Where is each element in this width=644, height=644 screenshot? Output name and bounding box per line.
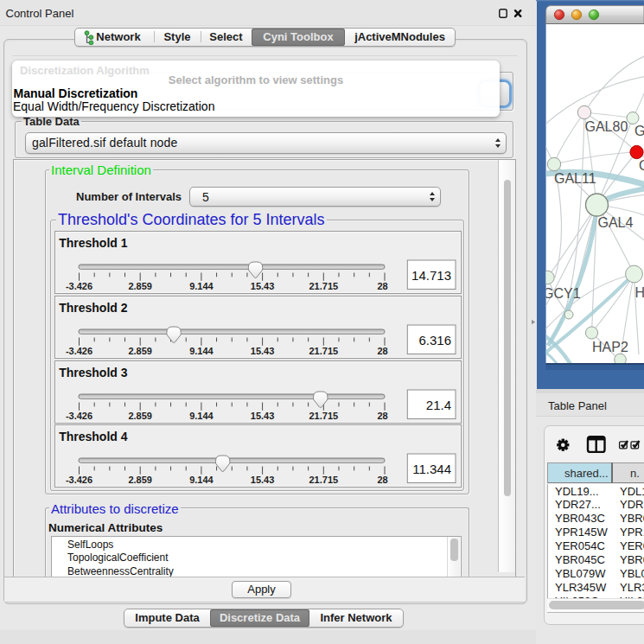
svg-text:GCY1: GCY1 (543, 286, 581, 301)
svg-text:21.715: 21.715 (309, 411, 338, 421)
svg-text:21.4: 21.4 (426, 397, 451, 411)
svg-text:9.144: 9.144 (189, 281, 214, 291)
svg-text:Threshold 3: Threshold 3 (59, 366, 128, 379)
svg-text:21.715: 21.715 (309, 475, 338, 485)
svg-text:28: 28 (377, 411, 387, 421)
svg-text:Threshold 4: Threshold 4 (59, 430, 128, 444)
svg-text:G.: G. (634, 124, 644, 138)
svg-text:11.344: 11.344 (412, 462, 451, 476)
svg-text:14.713: 14.713 (411, 268, 451, 283)
svg-text:6.316: 6.316 (418, 332, 451, 347)
svg-text:H: H (635, 285, 644, 300)
svg-text:15.43: 15.43 (251, 346, 275, 356)
svg-text:Threshold 1: Threshold 1 (59, 236, 128, 250)
svg-text:9.144: 9.144 (189, 475, 214, 485)
svg-text:GAL80: GAL80 (585, 119, 628, 134)
svg-text:GAL11: GAL11 (554, 171, 596, 186)
svg-text:9.144: 9.144 (189, 411, 214, 421)
svg-text:28: 28 (377, 475, 387, 485)
svg-text:2.859: 2.859 (128, 411, 152, 421)
svg-text:2.859: 2.859 (128, 281, 152, 291)
svg-text:15.43: 15.43 (251, 411, 275, 421)
svg-text:HAP2: HAP2 (592, 340, 628, 354)
svg-text:28: 28 (377, 346, 387, 356)
svg-text:15.43: 15.43 (251, 281, 275, 291)
svg-text:21.715: 21.715 (309, 281, 338, 291)
svg-text:9.144: 9.144 (189, 346, 214, 356)
svg-text:2.859: 2.859 (128, 346, 152, 356)
svg-text:C: C (639, 158, 644, 173)
svg-text:GAL4: GAL4 (598, 215, 634, 230)
svg-text:-3.426: -3.426 (66, 346, 92, 356)
svg-text:-3.426: -3.426 (66, 281, 92, 291)
svg-text:2.859: 2.859 (128, 475, 152, 485)
svg-text:-3.426: -3.426 (66, 411, 92, 421)
svg-text:-3.426: -3.426 (66, 475, 92, 485)
svg-text:15.43: 15.43 (251, 475, 275, 485)
svg-text:28: 28 (377, 281, 387, 291)
svg-text:Threshold 2: Threshold 2 (59, 301, 128, 315)
svg-text:21.715: 21.715 (309, 346, 338, 356)
